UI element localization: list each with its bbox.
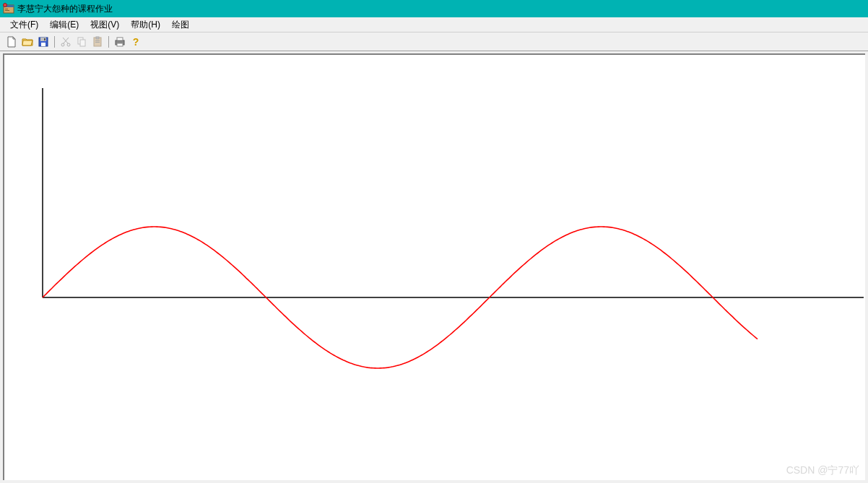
copy-pages-icon[interactable]: [74, 35, 89, 49]
svg-rect-19: [117, 43, 123, 46]
svg-point-9: [61, 43, 64, 46]
plot-svg: [4, 55, 865, 480]
menu-view[interactable]: 视图(V): [84, 17, 125, 32]
svg-rect-18: [117, 38, 123, 40]
toolbar-separator: [54, 36, 55, 48]
window-title: 李慧宁大怨种的课程作业: [17, 3, 113, 15]
app-icon: [3, 3, 14, 14]
open-folder-icon[interactable]: [20, 35, 35, 49]
menu-help[interactable]: 帮助(H): [125, 17, 166, 32]
titlebar: 李慧宁大怨种的课程作业: [0, 0, 868, 17]
svg-rect-16: [95, 42, 100, 43]
menu-file[interactable]: 文件(F): [4, 17, 44, 32]
svg-rect-8: [44, 38, 45, 40]
save-disk-icon[interactable]: [36, 35, 51, 49]
print-icon[interactable]: [113, 35, 127, 49]
toolbar-separator: [108, 36, 109, 48]
menu-draw[interactable]: 绘图: [166, 17, 195, 32]
svg-rect-12: [80, 40, 85, 46]
menu-edit[interactable]: 编辑(E): [44, 17, 84, 32]
svg-text:?: ?: [133, 36, 139, 48]
svg-rect-14: [96, 37, 99, 39]
new-file-icon[interactable]: [4, 35, 19, 49]
svg-rect-2: [5, 9, 8, 9]
svg-rect-15: [95, 40, 100, 41]
svg-point-4: [4, 4, 7, 7]
svg-rect-7: [41, 43, 45, 46]
help-question-icon[interactable]: ?: [129, 35, 143, 49]
menubar: 文件(F) 编辑(E) 视图(V) 帮助(H) 绘图: [0, 17, 868, 32]
cut-scissors-icon[interactable]: [58, 35, 73, 49]
canvas-area: [3, 53, 865, 480]
paste-clipboard-icon[interactable]: [90, 35, 105, 49]
svg-point-10: [67, 43, 70, 46]
svg-rect-3: [5, 10, 9, 11]
toolbar: ?: [0, 32, 868, 51]
